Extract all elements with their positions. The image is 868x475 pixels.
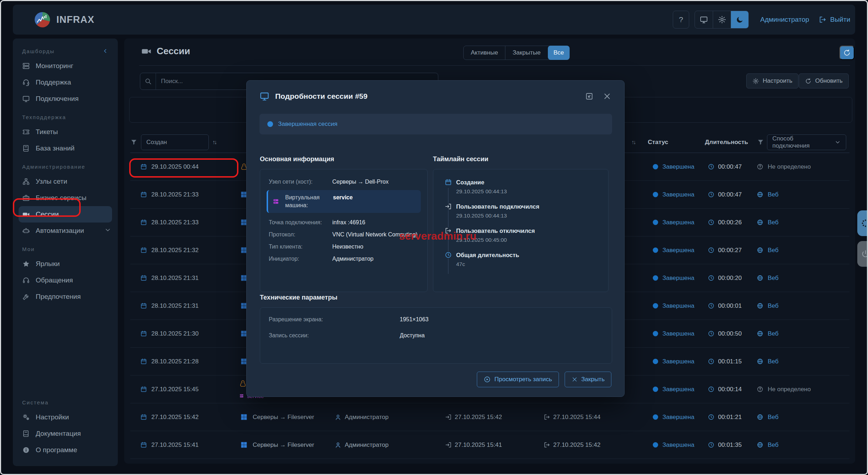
current-user-link[interactable]: Администратор xyxy=(760,5,809,35)
close-modal-button[interactable]: Закрыть xyxy=(565,372,611,387)
sidebar-section-administration: Администрирование xyxy=(13,164,118,170)
sort-created-icon[interactable]: ↑↓ xyxy=(212,139,216,145)
tab-closed[interactable]: Закрытые xyxy=(505,46,547,60)
globe-icon xyxy=(757,330,763,337)
status-dot xyxy=(653,192,658,197)
status-label: Завершена xyxy=(662,386,694,393)
sidebar-collapse-icon xyxy=(102,48,108,54)
filter-icon[interactable] xyxy=(130,139,137,146)
protocol-value: VNC (Virtual Network Computing) xyxy=(332,231,419,238)
display-mode-button[interactable] xyxy=(695,11,713,28)
info-icon xyxy=(22,446,30,454)
person-icon xyxy=(334,441,342,449)
clock-icon xyxy=(708,275,715,281)
vm-row[interactable]: Виртуальная машина: service xyxy=(267,190,421,213)
calendar-icon xyxy=(140,414,147,420)
close-icon[interactable] xyxy=(603,92,611,101)
client-type-value: Неизвестно xyxy=(332,243,419,250)
table-row[interactable]: 27.10.2025 15:42Серверы → FileserverАдми… xyxy=(130,403,849,431)
clock-icon xyxy=(708,330,715,337)
globe-icon xyxy=(757,247,763,254)
clock-icon xyxy=(445,251,452,259)
section-title-tech: Технические параметры xyxy=(260,294,337,301)
method-label: Веб xyxy=(768,414,778,421)
dark-theme-button[interactable] xyxy=(731,11,748,28)
vm-server-icon xyxy=(239,393,244,398)
logout-link[interactable]: Выйти xyxy=(819,5,850,35)
sidebar-item-settings[interactable]: Настройки xyxy=(13,409,118,425)
timeline-item: Создание29.10.2025 00:44:13 xyxy=(445,179,600,195)
sidebar-item-connections[interactable]: Подключения xyxy=(13,91,118,107)
status-label: Завершена xyxy=(662,191,694,198)
expand-icon[interactable] xyxy=(585,92,594,101)
table-row[interactable]: 27.10.2025 15:41Серверы → FileserverАдми… xyxy=(130,431,849,459)
refresh-page-button[interactable] xyxy=(839,46,854,60)
calendar-icon xyxy=(140,358,147,365)
sidebar-section-dashboards: Дашборды xyxy=(13,48,118,54)
logout-icon xyxy=(819,16,827,24)
robot-icon xyxy=(22,227,30,235)
edge-power-button[interactable] xyxy=(857,241,868,267)
globe-icon xyxy=(757,358,763,365)
modal-footer: Просмотреть запись Закрыть xyxy=(477,372,611,387)
tab-all[interactable]: Все xyxy=(548,46,570,60)
help-button[interactable]: ? xyxy=(673,11,689,29)
person-icon xyxy=(334,414,342,421)
edge-spinner-button[interactable] xyxy=(857,210,868,236)
settings-mode-button[interactable] xyxy=(713,11,731,28)
tab-active[interactable]: Активные xyxy=(464,46,505,60)
refresh-table-button[interactable]: Обновить xyxy=(799,73,849,88)
status-dot xyxy=(653,359,658,364)
sidebar-spacer xyxy=(13,305,118,392)
sidebar-item-sessions[interactable]: Сессии xyxy=(19,206,112,223)
method-label: Веб xyxy=(768,219,778,226)
play-circle-icon xyxy=(484,376,491,383)
globe-icon xyxy=(757,191,763,198)
sidebar-item-documentation[interactable]: Документация xyxy=(13,425,118,442)
resolution-label: Разрешение экрана: xyxy=(269,316,400,323)
sidebar-item-business-services[interactable]: Бизнес сервисы xyxy=(13,190,118,206)
vm-value: service xyxy=(333,194,417,201)
sidebar-item-network-nodes[interactable]: Узлы сети xyxy=(13,173,118,190)
sidebar-section-system: Система xyxy=(13,399,118,405)
sidebar-item-knowledge-base[interactable]: База знаний xyxy=(13,140,118,157)
recording-value: Доступна xyxy=(400,332,603,339)
sidebar-item-automations[interactable]: Автоматизации xyxy=(13,223,118,239)
calendar-icon xyxy=(140,386,147,393)
book-icon xyxy=(22,430,30,438)
sidebar-item-shortcuts[interactable]: Ярлыки xyxy=(13,256,118,272)
network-icon xyxy=(22,178,30,185)
vm-server-icon xyxy=(272,198,279,205)
method-label: Веб xyxy=(768,275,778,282)
client-type-label: Тип клиента: xyxy=(269,243,332,250)
sidebar-item-tickets[interactable]: Тикеты xyxy=(13,124,118,140)
vm-label: Виртуальная машина: xyxy=(285,194,333,209)
method-label: Веб xyxy=(768,330,778,337)
status-dot xyxy=(653,275,658,281)
monitor-icon xyxy=(22,95,30,103)
question-icon xyxy=(757,386,763,393)
sidebar-item-monitoring[interactable]: Мониторинг xyxy=(13,58,118,74)
sidebar-item-about[interactable]: О программе xyxy=(13,442,118,458)
method-label: Веб xyxy=(768,302,778,310)
host-value: Серверы → Dell-Prox xyxy=(332,178,419,185)
created-filter-box[interactable]: Создан xyxy=(141,134,209,150)
initiator-label: Инициатор: xyxy=(269,255,332,262)
resolution-value: 1951×1063 xyxy=(400,316,603,323)
sort-disconnected-icon[interactable]: ↑↓ xyxy=(631,139,635,145)
logout-icon xyxy=(544,414,550,420)
login-icon xyxy=(445,414,452,420)
question-icon xyxy=(757,163,763,170)
view-recording-button[interactable]: Просмотреть запись xyxy=(477,372,559,387)
method-filter-dropdown[interactable]: Способ подключения xyxy=(767,134,846,150)
sidebar-item-support[interactable]: Поддержка xyxy=(13,74,118,91)
spinner-icon xyxy=(861,218,868,228)
status-label: Завершена xyxy=(662,330,694,337)
status-label: Завершена xyxy=(662,275,694,282)
filter-icon[interactable] xyxy=(757,139,764,146)
sidebar-item-requests[interactable]: Обращения xyxy=(13,272,118,288)
sidebar-item-preferences[interactable]: Предпочтения xyxy=(13,288,118,305)
sidebar-section-my: Мои xyxy=(13,246,118,252)
os-linux-icon xyxy=(239,380,247,387)
configure-button[interactable]: Настроить xyxy=(746,73,798,88)
